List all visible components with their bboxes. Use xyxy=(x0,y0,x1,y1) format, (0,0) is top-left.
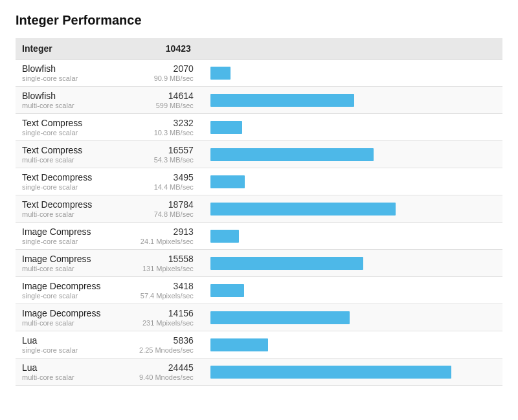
score-unit: 2.25 Mnodes/sec xyxy=(126,346,193,354)
benchmark-name-cell: Image Decompress single-core scalar xyxy=(16,277,119,304)
table-row: Blowfish single-core scalar 2070 90.9 MB… xyxy=(16,60,502,87)
benchmark-name: Image Decompress xyxy=(22,308,113,318)
score-value: 2070 xyxy=(126,63,193,74)
header-col2: 10423 xyxy=(119,38,203,60)
score-value: 5836 xyxy=(126,335,193,346)
score-cell: 2913 24.1 Mpixels/sec xyxy=(119,223,203,250)
bar-container xyxy=(210,282,496,300)
bar xyxy=(210,94,354,107)
table-row: Text Compress multi-core scalar 16557 54… xyxy=(16,141,502,168)
score-unit: 10.3 MB/sec xyxy=(126,129,193,137)
bar-cell xyxy=(204,168,502,195)
bar-cell xyxy=(204,60,502,87)
benchmark-name-cell: Text Decompress multi-core scalar xyxy=(16,195,119,223)
bar-container xyxy=(210,336,496,354)
benchmark-name: Lua xyxy=(22,362,113,373)
score-unit: 599 MB/sec xyxy=(126,102,193,109)
score-unit: 90.9 MB/sec xyxy=(126,74,193,82)
table-row: Lua single-core scalar 5836 2.25 Mnodes/… xyxy=(16,331,502,359)
benchmark-sub: single-core scalar xyxy=(22,129,113,137)
score-value: 15558 xyxy=(126,254,193,264)
benchmark-name: Image Compress xyxy=(22,227,113,237)
bar xyxy=(210,67,231,80)
bar-cell xyxy=(204,141,502,168)
table-row: Text Decompress multi-core scalar 18784 … xyxy=(16,195,502,223)
score-cell: 14156 231 Mpixels/sec xyxy=(119,304,203,331)
table-row: Blowfish multi-core scalar 14614 599 MB/… xyxy=(16,87,502,114)
benchmark-sub: single-core scalar xyxy=(22,346,113,354)
table-header: Integer 10423 xyxy=(16,38,502,60)
bar-cell xyxy=(204,223,502,250)
score-value: 2913 xyxy=(126,227,193,237)
benchmark-name: Blowfish xyxy=(22,63,113,74)
bar-container xyxy=(210,254,496,272)
table-row: Image Decompress single-core scalar 3418… xyxy=(16,277,502,304)
score-cell: 14614 599 MB/sec xyxy=(119,87,203,114)
bar xyxy=(210,257,363,270)
benchmark-sub: single-core scalar xyxy=(22,238,113,245)
bar-container xyxy=(210,363,496,381)
score-cell: 18784 74.8 MB/sec xyxy=(119,195,203,223)
table-row: Text Decompress single-core scalar 3495 … xyxy=(16,168,502,195)
score-value: 3418 xyxy=(126,281,193,291)
score-cell: 15558 131 Mpixels/sec xyxy=(119,250,203,277)
bar-cell xyxy=(204,250,502,277)
benchmark-name-cell: Text Compress single-core scalar xyxy=(16,114,119,141)
benchmark-sub: single-core scalar xyxy=(22,74,113,82)
benchmark-name: Lua xyxy=(22,335,113,346)
bar-cell xyxy=(204,331,502,359)
benchmark-name-cell: Blowfish multi-core scalar xyxy=(16,87,119,114)
bar xyxy=(210,230,239,243)
benchmark-name-cell: Blowfish single-core scalar xyxy=(16,60,119,87)
table-row: Lua multi-core scalar 24445 9.40 Mnodes/… xyxy=(16,359,502,386)
table-row: Image Decompress multi-core scalar 14156… xyxy=(16,304,502,331)
score-unit: 9.40 Mnodes/sec xyxy=(126,373,193,381)
benchmark-name-cell: Lua multi-core scalar xyxy=(16,359,119,386)
benchmark-sub: multi-core scalar xyxy=(22,319,113,327)
benchmark-name: Text Compress xyxy=(22,118,113,128)
benchmark-name: Text Decompress xyxy=(22,172,113,182)
score-cell: 2070 90.9 MB/sec xyxy=(119,60,203,87)
benchmark-name: Image Compress xyxy=(22,254,113,264)
score-unit: 14.4 MB/sec xyxy=(126,183,193,191)
score-value: 3232 xyxy=(126,118,193,128)
bar xyxy=(210,366,451,379)
benchmark-sub: multi-core scalar xyxy=(22,156,113,164)
benchmark-sub: multi-core scalar xyxy=(22,265,113,272)
page-title: Integer Performance xyxy=(16,13,502,28)
score-unit: 24.1 Mpixels/sec xyxy=(126,238,193,245)
bar-cell xyxy=(204,277,502,304)
bar xyxy=(210,121,242,134)
bar-cell xyxy=(204,114,502,141)
score-value: 3495 xyxy=(126,172,193,182)
table-row: Image Compress multi-core scalar 15558 1… xyxy=(16,250,502,277)
bar xyxy=(210,203,396,216)
bar xyxy=(210,175,245,188)
bar-cell xyxy=(204,195,502,223)
score-unit: 54.3 MB/sec xyxy=(126,156,193,164)
benchmark-name: Text Decompress xyxy=(22,199,113,210)
benchmark-name: Image Decompress xyxy=(22,281,113,291)
bar-cell xyxy=(204,87,502,114)
benchmark-sub: multi-core scalar xyxy=(22,210,113,218)
bar xyxy=(210,311,350,324)
benchmark-name-cell: Image Compress single-core scalar xyxy=(16,223,119,250)
benchmark-name-cell: Image Compress multi-core scalar xyxy=(16,250,119,277)
benchmark-name-cell: Text Decompress single-core scalar xyxy=(16,168,119,195)
benchmark-name-cell: Text Compress multi-core scalar xyxy=(16,141,119,168)
benchmark-sub: multi-core scalar xyxy=(22,373,113,381)
score-value: 18784 xyxy=(126,199,193,210)
bar-container xyxy=(210,200,496,218)
score-value: 24445 xyxy=(126,362,193,373)
benchmark-name-cell: Image Decompress multi-core scalar xyxy=(16,304,119,331)
header-col3 xyxy=(204,38,502,60)
bar-container xyxy=(210,91,496,109)
score-unit: 74.8 MB/sec xyxy=(126,210,193,218)
score-cell: 3418 57.4 Mpixels/sec xyxy=(119,277,203,304)
header-col1: Integer xyxy=(16,38,119,60)
score-value: 14156 xyxy=(126,308,193,318)
bar-cell xyxy=(204,359,502,386)
bar xyxy=(210,338,268,351)
score-cell: 3232 10.3 MB/sec xyxy=(119,114,203,141)
score-unit: 231 Mpixels/sec xyxy=(126,319,193,327)
